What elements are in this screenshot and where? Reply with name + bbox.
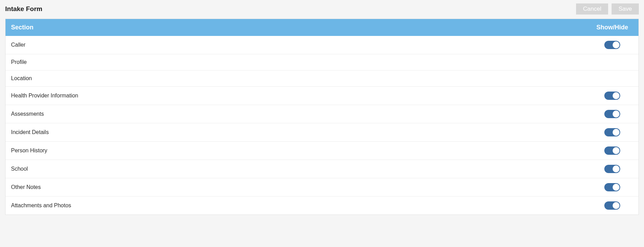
table-header: Section Show/Hide [6,19,638,36]
row-label: Location [11,75,592,82]
toggle-knob [613,111,620,117]
button-group: Cancel Save [576,3,639,15]
row-label: Person History [11,148,592,154]
cancel-button[interactable]: Cancel [576,3,608,15]
row-toggle-cell [592,92,633,100]
page-title: Intake Form [5,5,42,13]
row-toggle-cell [592,201,633,210]
row-label: School [11,166,592,172]
table-row: Person History [6,142,638,160]
header-bar: Intake Form Cancel Save [0,0,644,19]
toggle-knob [613,184,620,191]
toggle-knob [613,147,620,154]
row-toggle-cell [592,41,633,49]
table-container: Section Show/Hide CallerProfileLocationH… [5,19,639,215]
row-label: Assessments [11,111,592,117]
row-label: Other Notes [11,184,592,190]
toggle-switch[interactable] [604,165,620,173]
table-row: Health Provider Information [6,87,638,105]
row-toggle-cell [592,128,633,136]
row-toggle-cell [592,183,633,191]
toggle-knob [613,41,620,48]
header-section-label: Section [11,24,592,31]
toggle-switch[interactable] [604,41,620,49]
toggle-switch[interactable] [604,146,620,155]
rows-container: CallerProfileLocationHealth Provider Inf… [6,36,638,215]
table-row: Other Notes [6,178,638,197]
row-toggle-cell [592,165,633,173]
toggle-switch[interactable] [604,201,620,210]
row-label: Health Provider Information [11,93,592,99]
toggle-knob [613,202,620,209]
toggle-knob [613,92,620,99]
row-label: Caller [11,42,592,48]
table-row: Caller [6,36,638,54]
table-row: Assessments [6,105,638,123]
header-showhide-label: Show/Hide [592,24,633,31]
toggle-switch[interactable] [604,92,620,100]
toggle-knob [613,129,620,136]
row-toggle-cell [592,146,633,155]
row-toggle-cell [592,110,633,118]
table-row: Profile [6,54,638,70]
row-label: Attachments and Photos [11,202,592,209]
save-button[interactable]: Save [612,3,639,15]
table-row: Attachments and Photos [6,197,638,215]
table-row: School [6,160,638,178]
row-label: Profile [11,59,592,65]
table-row: Location [6,70,638,87]
page-container: Intake Form Cancel Save Section Show/Hid… [0,0,644,215]
table-row: Incident Details [6,123,638,142]
toggle-switch[interactable] [604,183,620,191]
toggle-switch[interactable] [604,110,620,118]
row-label: Incident Details [11,129,592,135]
toggle-knob [613,165,620,172]
toggle-switch[interactable] [604,128,620,136]
